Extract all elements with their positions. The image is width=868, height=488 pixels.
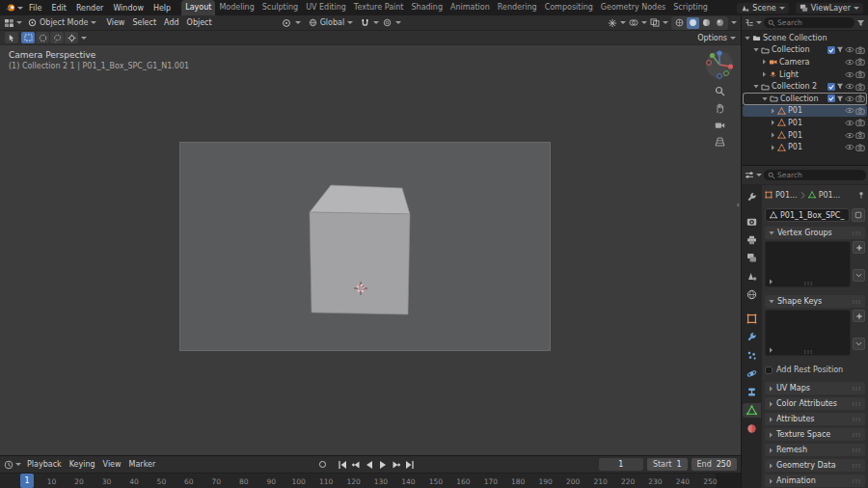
menu-help[interactable]: Help bbox=[149, 3, 176, 14]
properties-tab-world[interactable] bbox=[743, 287, 761, 302]
zoom-tool-icon[interactable] bbox=[715, 86, 725, 96]
disclosure-down-icon[interactable] bbox=[769, 299, 774, 304]
viewport-menu-add[interactable]: Add bbox=[160, 17, 183, 28]
vertex-groups-specials-button[interactable] bbox=[853, 269, 865, 282]
cube-object[interactable] bbox=[308, 183, 416, 318]
blender-logo-icon[interactable] bbox=[5, 3, 16, 13]
workspace-tab-scripting[interactable]: Scripting bbox=[669, 0, 712, 15]
editor-type-timeline-icon[interactable] bbox=[4, 460, 14, 470]
camera-toggle-icon[interactable] bbox=[855, 131, 865, 139]
active-tool-button[interactable] bbox=[5, 32, 18, 43]
timeline-menu-marker[interactable]: Marker bbox=[125, 459, 160, 470]
filter-toggle-icon[interactable] bbox=[836, 46, 844, 53]
workspace-tab-sculpting[interactable]: Sculpting bbox=[258, 0, 302, 15]
camera-toggle-icon[interactable] bbox=[855, 144, 865, 151]
properties-search-input[interactable] bbox=[777, 171, 862, 179]
jump-to-start-button[interactable] bbox=[336, 458, 348, 471]
editor-type-viewport-icon[interactable] bbox=[4, 18, 14, 28]
properties-tab-output[interactable] bbox=[743, 232, 761, 247]
tool-select-circle-button[interactable] bbox=[36, 32, 49, 43]
disclosure-right-icon[interactable] bbox=[769, 386, 773, 392]
eye-toggle-icon[interactable] bbox=[845, 95, 854, 102]
workspace-tab-animation[interactable]: Animation bbox=[447, 0, 494, 15]
shading-solid-button[interactable] bbox=[687, 17, 699, 29]
filter-icon[interactable] bbox=[856, 19, 865, 27]
proportional-edit-icon[interactable] bbox=[383, 18, 392, 27]
properties-tab-particles[interactable] bbox=[743, 348, 761, 363]
disclosure-right-icon[interactable] bbox=[769, 478, 773, 484]
workspace-tab-texture-paint[interactable]: Texture Paint bbox=[350, 0, 408, 15]
play-reverse-button[interactable] bbox=[363, 458, 375, 471]
exclude-checkbox-icon[interactable] bbox=[827, 95, 835, 102]
workspace-tab-modeling[interactable]: Modeling bbox=[215, 0, 258, 15]
outliner-row-light[interactable]: Light bbox=[743, 68, 867, 81]
workspace-tab-geometry-nodes[interactable]: Geometry Nodes bbox=[597, 0, 669, 15]
exclude-checkbox-icon[interactable] bbox=[827, 46, 835, 54]
disclosure-right-icon[interactable] bbox=[771, 120, 775, 125]
panel-header-color-attributes[interactable]: Color Attributes bbox=[765, 397, 865, 410]
workspace-tab-compositing[interactable]: Compositing bbox=[541, 0, 597, 15]
eye-toggle-icon[interactable] bbox=[845, 107, 854, 114]
timeline-menu-keying[interactable]: Keying bbox=[66, 459, 99, 470]
jump-to-end-button[interactable] bbox=[403, 458, 416, 471]
menu-file[interactable]: File bbox=[24, 3, 46, 14]
disclosure-right-icon[interactable] bbox=[771, 145, 775, 150]
tool-cursor-button[interactable] bbox=[65, 32, 78, 43]
disclosure-right-icon[interactable] bbox=[769, 417, 773, 422]
add-rest-position-row[interactable]: Add Rest Position bbox=[765, 364, 865, 376]
menu-edit[interactable]: Edit bbox=[46, 3, 71, 14]
camera-toggle-icon[interactable] bbox=[855, 107, 865, 115]
filter-toggle-icon[interactable] bbox=[836, 95, 844, 102]
vertex-groups-list[interactable] bbox=[765, 241, 851, 287]
list-filter-toggle-icon[interactable] bbox=[769, 347, 773, 353]
disclosure-down-icon[interactable] bbox=[745, 36, 750, 41]
outliner-row-p01[interactable]: P01 bbox=[743, 141, 867, 153]
timeline-menu-playback[interactable]: Playback bbox=[23, 459, 66, 470]
workspace-tab-uv-editing[interactable]: UV Editing bbox=[302, 0, 350, 15]
shading-wireframe-button[interactable] bbox=[673, 17, 686, 29]
add-vertex-groups-button[interactable] bbox=[853, 241, 865, 254]
outliner-row-collection[interactable]: Collection bbox=[743, 44, 867, 57]
editor-type-properties-icon[interactable] bbox=[745, 171, 754, 179]
list-resize-grip-icon[interactable] bbox=[803, 282, 813, 285]
panel-header-remesh[interactable]: Remesh bbox=[765, 444, 865, 456]
disclosure-right-icon[interactable] bbox=[769, 463, 773, 469]
frame-end-field[interactable]: End 250 bbox=[692, 458, 737, 471]
scene-selector[interactable]: Scene bbox=[737, 3, 788, 14]
viewport-menu-view[interactable]: View bbox=[102, 17, 128, 28]
disclosure-right-icon[interactable] bbox=[762, 71, 767, 77]
workspace-tab-rendering[interactable]: Rendering bbox=[494, 0, 541, 15]
auto-keying-button[interactable] bbox=[316, 458, 329, 471]
pin-icon[interactable] bbox=[857, 191, 865, 199]
datablock-options-button[interactable] bbox=[852, 208, 865, 222]
properties-tab-object[interactable] bbox=[743, 312, 761, 326]
eye-toggle-icon[interactable] bbox=[845, 144, 854, 150]
camera-toggle-icon[interactable] bbox=[855, 83, 865, 91]
workspace-tab-shading[interactable]: Shading bbox=[407, 0, 447, 15]
viewport-menu-select[interactable]: Select bbox=[128, 17, 160, 28]
properties-tab-object-data[interactable] bbox=[743, 403, 761, 418]
panel-header-attributes[interactable]: Attributes bbox=[765, 413, 865, 425]
jump-to-prev-keyframe-button[interactable] bbox=[349, 458, 362, 471]
properties-tab-render[interactable] bbox=[743, 214, 761, 229]
camera-toggle-icon[interactable] bbox=[855, 46, 865, 54]
disclosure-right-icon[interactable] bbox=[769, 447, 773, 453]
show-overlays-icon[interactable] bbox=[629, 18, 638, 27]
tool-select-lasso-button[interactable] bbox=[50, 32, 64, 43]
navigation-gizmo[interactable] bbox=[705, 50, 734, 79]
breadcrumb-object[interactable]: P01... bbox=[775, 191, 798, 200]
panel-header-geometry-data[interactable]: Geometry Data bbox=[765, 459, 865, 472]
properties-tab-constraints[interactable] bbox=[743, 385, 761, 399]
properties-tab-tool[interactable] bbox=[743, 190, 761, 204]
menu-window[interactable]: Window bbox=[108, 3, 149, 14]
outliner-row-p01[interactable]: P01 bbox=[743, 117, 867, 129]
list-resize-grip-icon[interactable] bbox=[803, 350, 813, 354]
outliner-search-input[interactable] bbox=[777, 18, 851, 27]
play-button[interactable] bbox=[376, 458, 389, 471]
disclosure-right-icon[interactable] bbox=[769, 401, 773, 407]
filter-toggle-icon[interactable] bbox=[836, 83, 844, 90]
properties-search[interactable] bbox=[764, 170, 866, 180]
camera-toggle-icon[interactable] bbox=[855, 58, 865, 66]
camera-toggle-icon[interactable] bbox=[855, 95, 865, 102]
frame-start-field[interactable]: Start 1 bbox=[647, 458, 688, 471]
